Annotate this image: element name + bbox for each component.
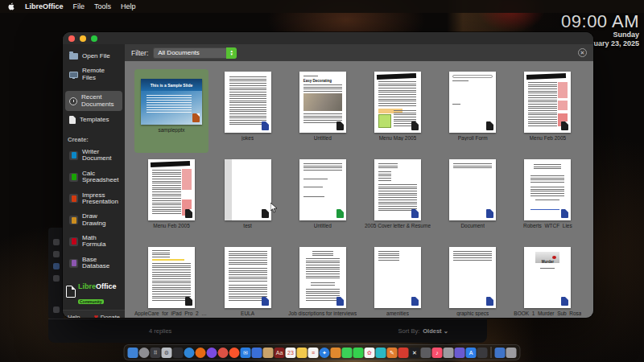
document-thumbnail-samplepptx[interactable]: This is a Sample Slide samplepptx [134, 69, 208, 153]
app-store-icon[interactable]: A [466, 348, 477, 358]
tan-folder-app-icon[interactable] [263, 348, 274, 358]
sidebar-item-label: Math Formula [82, 235, 118, 249]
music-icon[interactable]: ♪ [432, 348, 443, 358]
document-thumbnail-applecare[interactable]: AppleCare_for_iPad_Pro_2_Years [134, 245, 208, 318]
mail-icon[interactable]: ✉ [241, 348, 251, 358]
window-titlebar [63, 32, 593, 44]
sidebar-item-writer-document[interactable]: Writer Document [65, 146, 122, 166]
recent-clock-icon [69, 97, 77, 105]
finder-icon[interactable] [128, 348, 138, 358]
document-thumbnail-untitled-1[interactable]: Easy Decorating Untitled [287, 69, 358, 153]
trash-icon[interactable] [506, 348, 517, 358]
edge-browser-icon[interactable] [184, 348, 195, 358]
filter-label: Filter: [131, 49, 148, 57]
sidebar-item-recent-documents[interactable]: Recent Documents [65, 91, 122, 111]
launchpad-icon[interactable]: ⠿ [151, 348, 161, 358]
apple-menu-icon[interactable] [8, 2, 15, 10]
document-thumbnail-jokes[interactable]: jokes [212, 69, 283, 153]
document-thumbnail-menu-feb-2005-a[interactable]: Menu Feb 2005 [512, 69, 584, 153]
calendar-icon[interactable]: 23 [286, 348, 296, 358]
document-thumbnail-graphic-specs[interactable]: graphic specs [437, 245, 509, 318]
document-thumbnail-test[interactable]: test [212, 157, 283, 241]
word-file-badge-icon [262, 121, 269, 130]
background-toolbar-icon[interactable] [53, 239, 60, 245]
books-app-icon[interactable] [477, 348, 488, 358]
close-window-button[interactable] [68, 35, 75, 42]
document-thumbnail-payroll-form[interactable]: Payroll Form [437, 69, 509, 153]
black-x-app-icon[interactable]: ✕ [410, 348, 420, 358]
blue-window-app-icon[interactable] [252, 348, 262, 358]
menu-item-app[interactable]: LibreOffice [25, 2, 64, 10]
photos-icon[interactable]: ✿ [365, 348, 375, 358]
sidebar-item-impress-presentation[interactable]: Impress Presentation [65, 189, 122, 209]
firefox-browser-icon[interactable] [196, 348, 206, 358]
background-toolbar-icon[interactable] [53, 275, 60, 282]
system-settings-icon[interactable]: ⚙ [162, 348, 172, 358]
chrome-browser-icon[interactable] [218, 348, 229, 358]
close-icon[interactable]: ✕ [578, 48, 587, 57]
document-thumbnail-murder-sub-rosa[interactable]: Murder BOOK_1_Murder_Sub_Rosa [512, 245, 584, 318]
help-button[interactable]: Help [68, 314, 80, 318]
word-file-badge-icon [486, 209, 493, 218]
thumbnail-label: Menu Feb 2005 [153, 223, 190, 228]
math-formula-icon [69, 237, 78, 246]
document-thumbnail-eula[interactable]: EULA [212, 245, 283, 318]
background-toolbar-icon[interactable] [53, 306, 60, 313]
document-thumbnail-menu-feb-2005-b[interactable]: Menu Feb 2005 [134, 157, 208, 241]
menu-item-tools[interactable]: Tools [94, 2, 111, 10]
document-thumbnail-job-discriptions[interactable]: Job discriptions for interviews [287, 245, 358, 318]
donate-button[interactable]: ♥Donate [93, 314, 120, 318]
thumbnail-label: Roberts_WTCF_Lies [523, 223, 572, 228]
red-app-icon[interactable] [398, 348, 409, 358]
messages-icon[interactable] [342, 348, 353, 358]
reminders-icon[interactable]: ≡ [308, 348, 319, 358]
sort-control[interactable]: Sort By: Oldest ⌄ [398, 327, 448, 335]
purple-app-icon[interactable] [455, 348, 465, 358]
sidebar-item-label: Base Database [82, 257, 118, 270]
sidebar-item-remote-files[interactable]: Remote Files [65, 64, 122, 84]
menu-item-file[interactable]: File [73, 2, 85, 10]
filter-bar: Filter: All Documents ▲▼ ✕ [125, 44, 593, 61]
notes-icon[interactable] [297, 348, 308, 358]
safari-icon[interactable]: ✦ [320, 348, 330, 358]
menu-item-help[interactable]: Help [121, 2, 136, 10]
document-thumbnail-menu-may-2005[interactable]: Menu May 2005 [361, 69, 433, 153]
sidebar-item-templates[interactable]: Templates [65, 113, 122, 127]
teal-app-icon[interactable] [376, 348, 386, 358]
markup-pencil-app-icon[interactable]: ✎ [387, 348, 398, 358]
dock-separator [491, 347, 492, 358]
document-thumbnail-document[interactable]: Document [437, 157, 509, 241]
sidebar-item-open-file[interactable]: Open File [65, 50, 122, 63]
document-thumbnail-cover-letter-resume[interactable]: 2005 Cover letter & Resume [361, 157, 433, 241]
document-thumbnail-untitled-2[interactable]: Untitled [287, 157, 358, 241]
generic-file-badge-icon [411, 121, 419, 130]
gray-camera-app-icon[interactable] [421, 348, 431, 358]
background-toolbar-icon[interactable] [53, 263, 60, 269]
thumbnail-label: AppleCare_for_iPad_Pro_2_Years [134, 311, 208, 316]
background-toolbar-icon[interactable] [53, 251, 60, 257]
document-thumbnail-amenities[interactable]: amenities [361, 245, 433, 318]
minimize-window-button[interactable] [80, 35, 86, 42]
brave-browser-icon[interactable] [229, 348, 240, 358]
firefox-dev-browser-icon[interactable] [207, 348, 217, 358]
zoom-window-button[interactable] [91, 35, 97, 42]
thumbnail-label: Document [460, 223, 485, 228]
orange-tiles-app-icon[interactable] [331, 348, 341, 358]
sidebar-item-calc-spreadsheet[interactable]: Calc Spreadsheet [65, 167, 122, 187]
downloads-folder-icon[interactable] [495, 348, 506, 358]
word-file-badge-icon [561, 297, 568, 306]
dark-utility-app-icon[interactable] [173, 348, 184, 358]
sidebar-item-math-formula[interactable]: Math Formula [65, 232, 122, 252]
sidebar-item-draw-drawing[interactable]: Draw Drawing [65, 210, 122, 230]
filter-dropdown[interactable]: All Documents ▲▼ [153, 47, 237, 59]
thumbnail-label: samplepptx [158, 127, 184, 133]
sort-value[interactable]: Oldest ⌄ [423, 327, 448, 335]
gray-sphere-app-icon[interactable] [139, 348, 150, 358]
sidebar-item-base-database[interactable]: Base Database [65, 253, 122, 274]
document-thumbnail-roberts-wtcf-lies[interactable]: Roberts_WTCF_Lies [512, 157, 584, 241]
dictionary-icon[interactable]: Aa [275, 348, 285, 358]
word-file-badge-icon [336, 297, 344, 306]
mouse-cursor [270, 202, 278, 216]
facetime-icon[interactable] [353, 348, 364, 358]
gray-arrow-app-icon[interactable] [444, 348, 454, 358]
